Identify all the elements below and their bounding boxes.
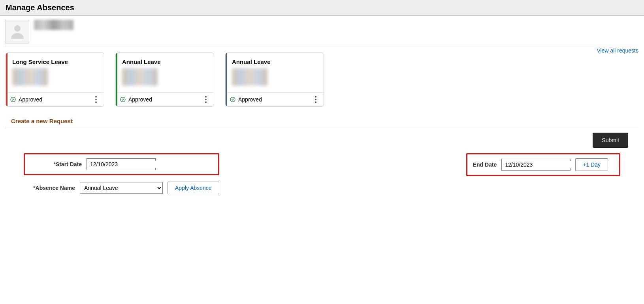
absence-name-label: *Absence Name — [24, 185, 75, 191]
card-title: Annual Leave — [232, 58, 317, 65]
start-date-field[interactable] — [87, 158, 156, 170]
person-icon — [8, 22, 27, 41]
card-details-redacted — [12, 68, 48, 86]
absence-card[interactable]: Annual LeaveApproved — [225, 53, 324, 107]
card-footer: Approved — [226, 92, 324, 106]
card-status: Approved — [10, 96, 42, 103]
check-circle-icon — [120, 96, 126, 103]
avatar — [6, 20, 29, 43]
start-date-label: *Start Date — [30, 161, 82, 167]
plus-one-day-button[interactable]: +1 Day — [575, 158, 608, 171]
card-body: Annual Leave — [116, 53, 214, 92]
card-title: Annual Leave — [122, 58, 207, 65]
form-left-column: *Start Date *Abs — [24, 153, 219, 194]
card-body: Annual Leave — [226, 53, 324, 92]
start-date-input[interactable] — [89, 161, 160, 168]
card-menu-button[interactable] — [202, 96, 210, 103]
card-details-redacted — [232, 68, 267, 86]
form-right-column: End Date +1 Day — [466, 153, 620, 194]
card-menu-button[interactable] — [312, 96, 320, 103]
card-status-label: Approved — [128, 96, 152, 103]
form-area: *Start Date *Abs — [0, 148, 644, 200]
card-stripe — [116, 53, 117, 106]
absence-cards-row: Long Service LeaveApprovedAnnual LeaveAp… — [0, 47, 644, 112]
card-status: Approved — [120, 96, 152, 103]
svg-point-0 — [14, 25, 21, 32]
card-details-redacted — [122, 68, 158, 86]
card-stripe — [226, 53, 227, 106]
end-date-highlight: End Date +1 Day — [466, 153, 620, 176]
page-title: Manage Absences — [6, 3, 74, 12]
end-date-label: End Date — [473, 161, 497, 168]
end-date-field[interactable] — [501, 159, 571, 171]
card-status: Approved — [230, 96, 262, 103]
profile-row — [0, 16, 644, 46]
submit-button[interactable]: Submit — [593, 133, 628, 148]
svg-point-3 — [230, 97, 235, 102]
check-circle-icon — [230, 96, 236, 103]
profile-name-redacted — [34, 20, 73, 30]
absence-name-select[interactable]: Annual Leave — [80, 182, 163, 194]
card-status-label: Approved — [19, 96, 42, 103]
svg-point-2 — [121, 97, 125, 102]
absence-card[interactable]: Long Service LeaveApproved — [6, 53, 104, 107]
svg-point-1 — [11, 97, 15, 102]
card-menu-button[interactable] — [92, 96, 100, 103]
card-footer: Approved — [6, 92, 104, 106]
card-status-label: Approved — [238, 96, 262, 103]
submit-row: Submit — [0, 127, 644, 148]
card-stripe — [6, 53, 8, 106]
view-all-requests-link[interactable]: View all requests — [597, 47, 638, 54]
absence-name-row: *Absence Name Annual Leave Apply Absence — [24, 182, 219, 194]
absence-card[interactable]: Annual LeaveApproved — [115, 53, 214, 107]
card-footer: Approved — [116, 92, 214, 106]
card-title: Long Service Leave — [12, 58, 98, 65]
page-header: Manage Absences — [0, 0, 644, 16]
create-request-heading: Create a new Request — [6, 116, 638, 127]
apply-absence-button[interactable]: Apply Absence — [168, 182, 219, 194]
subheader-divider: View all requests — [6, 46, 638, 47]
start-date-highlight: *Start Date — [24, 153, 219, 175]
end-date-input[interactable] — [504, 161, 575, 168]
card-body: Long Service Leave — [6, 53, 104, 92]
check-circle-icon — [10, 96, 16, 103]
